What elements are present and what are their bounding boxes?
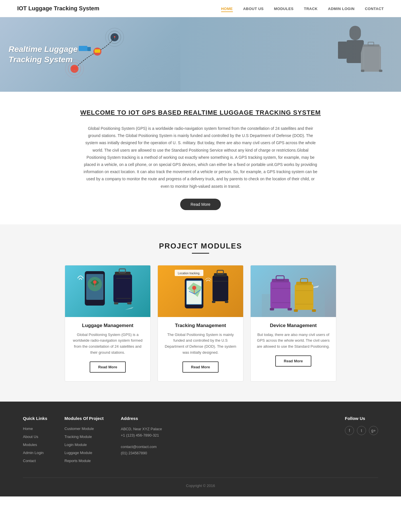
- module-card-tracking: Location tracking.: [158, 265, 243, 382]
- modules-grid: Luggage Management Global Positioning Sy…: [17, 265, 384, 382]
- welcome-heading: WELCOME TO IOT GPS BASED REALTIME LUGGAG…: [34, 109, 367, 116]
- module-1-read-more-button[interactable]: Read More: [90, 361, 126, 373]
- footer-link-modules[interactable]: Modules: [23, 442, 47, 447]
- nav-item-about[interactable]: ABOUT US: [243, 6, 264, 11]
- module-card-device: Device Management But today, there are a…: [250, 265, 336, 382]
- svg-rect-29: [115, 272, 131, 275]
- modules-heading: PROJECT MODULES: [17, 242, 384, 251]
- footer-link-home[interactable]: Home: [23, 426, 47, 431]
- footer-quick-links: Quick Links Home About Us Modules Admin …: [23, 416, 47, 466]
- svg-rect-48: [270, 281, 290, 308]
- svg-rect-42: [214, 273, 227, 277]
- footer-module-tracking[interactable]: Tracking Module: [64, 434, 104, 439]
- twitter-icon[interactable]: t: [357, 426, 366, 435]
- welcome-body: Global Positioning System (GPS) is a wor…: [83, 125, 318, 190]
- module-card-img-3: [251, 265, 336, 317]
- svg-rect-55: [295, 284, 313, 310]
- footer-quick-links-heading: Quick Links: [23, 416, 47, 421]
- module-1-desc: Global Positioning System (GPS) is a wor…: [65, 332, 150, 356]
- svg-rect-34: [127, 302, 131, 304]
- nav-item-contact[interactable]: CONTACT: [365, 6, 384, 11]
- module-2-title: Tracking Management: [158, 323, 243, 328]
- svg-rect-15: [338, 42, 347, 59]
- nav-item-admin[interactable]: ADMIN LOGIN: [328, 6, 355, 11]
- svg-rect-8: [87, 47, 91, 51]
- footer-address-phone: +1 (123) 456-7890-321: [121, 432, 162, 439]
- modules-underline: [192, 253, 209, 254]
- welcome-read-more-button[interactable]: Read More: [180, 199, 221, 210]
- module-3-title: Device Management: [251, 323, 336, 328]
- nav-item-track[interactable]: TRACK: [304, 6, 318, 11]
- modules-section: PROJECT MODULES: [0, 224, 401, 402]
- footer-address-heading: Address: [121, 416, 162, 421]
- navbar: IOT Luggage Tracking System HOME ABOUT U…: [0, 0, 401, 17]
- module-3-desc: But today, there are also many civil use…: [251, 332, 336, 350]
- svg-rect-53: [270, 308, 274, 310]
- hero-right-image: [180, 17, 401, 92]
- footer-grid: Quick Links Home About Us Modules Admin …: [23, 416, 378, 466]
- hero-section: Realtime Luggage Tracking System 📍 📍: [0, 17, 401, 92]
- module-card-img-1: [65, 265, 150, 317]
- nav-item-home[interactable]: HOME: [221, 6, 233, 11]
- module-card-img-2: Location tracking.: [158, 265, 243, 317]
- googleplus-icon[interactable]: g+: [369, 426, 378, 435]
- module-2-read-more-button[interactable]: Read More: [182, 361, 219, 373]
- footer-modules-heading: Modules Of Project: [64, 416, 104, 421]
- module-3-read-more-button[interactable]: Read More: [275, 355, 311, 367]
- svg-rect-46: [225, 301, 228, 303]
- footer-copyright: Copyright © 2016: [23, 478, 378, 488]
- nav-item-modules[interactable]: MODULES: [274, 6, 294, 11]
- footer: Quick Links Home About Us Modules Admin …: [0, 402, 401, 496]
- site-logo: IOT Luggage Tracking System: [17, 5, 99, 12]
- module-1-title: Luggage Management: [65, 323, 150, 328]
- welcome-section: WELCOME TO IOT GPS BASED REALTIME LUGGAG…: [0, 92, 401, 224]
- svg-text:Location tracking.: Location tracking.: [178, 272, 200, 275]
- module-2-desc: The Global Positioning System is mainly …: [158, 332, 243, 356]
- svg-rect-33: [114, 302, 118, 304]
- svg-rect-60: [294, 309, 298, 312]
- svg-rect-5: [72, 66, 77, 70]
- svg-rect-41: [213, 275, 228, 301]
- footer-module-customer[interactable]: Customer Module: [64, 426, 104, 431]
- svg-point-40: [192, 286, 196, 290]
- footer-module-luggage[interactable]: Luggage Module: [64, 450, 104, 455]
- svg-rect-45: [212, 301, 215, 303]
- svg-rect-61: [312, 309, 316, 312]
- svg-rect-54: [288, 308, 292, 310]
- hero-illustration: 📍 📍: [57, 23, 143, 86]
- footer-module-login[interactable]: Login Module: [64, 442, 104, 447]
- svg-text:📍: 📍: [113, 36, 117, 40]
- svg-rect-13: [349, 26, 361, 40]
- footer-modules-links: Modules Of Project Customer Module Track…: [64, 416, 104, 466]
- footer-follow: Follow Us f t g+: [345, 416, 378, 466]
- heading-highlight: REALTIME: [184, 109, 218, 116]
- svg-rect-6: [95, 49, 100, 53]
- svg-rect-22: [379, 70, 382, 72]
- svg-point-27: [93, 280, 97, 284]
- svg-rect-7: [79, 46, 87, 51]
- svg-rect-21: [361, 70, 364, 72]
- footer-link-about[interactable]: About Us: [23, 434, 47, 439]
- nav-links: HOME ABOUT US MODULES TRACK ADMIN LOGIN …: [221, 6, 384, 11]
- footer-link-contact[interactable]: Contact: [23, 458, 47, 463]
- footer-module-reports[interactable]: Reports Module: [64, 458, 104, 463]
- footer-address: Address ABCD, Near XYZ Palace +1 (123) 4…: [121, 416, 162, 466]
- footer-link-admin[interactable]: Admin Login: [23, 450, 47, 455]
- footer-follow-heading: Follow Us: [345, 416, 378, 421]
- footer-address-line1: ABCD, Near XYZ Palace: [121, 426, 162, 432]
- svg-rect-56: [296, 282, 312, 285]
- footer-address-phone2: (01) 234567890: [121, 450, 162, 456]
- facebook-icon[interactable]: f: [345, 426, 354, 435]
- module-card-luggage: Luggage Management Global Positioning Sy…: [65, 265, 151, 382]
- social-icons: f t g+: [345, 426, 378, 435]
- footer-address-email: contact@contact.com: [121, 444, 162, 450]
